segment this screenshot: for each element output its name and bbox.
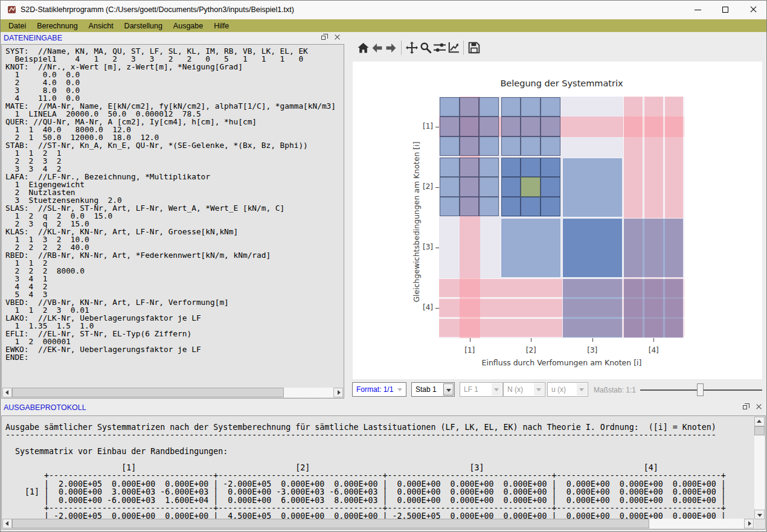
format-combobox[interactable]: Format: 1/1: [352, 382, 406, 397]
scroll-left-button[interactable]: [2, 519, 12, 528]
scroll-right-button[interactable]: [333, 388, 343, 397]
plot-controls: Format: 1/1 Stab 1 LF 1 N (x) u (x) Maßs…: [348, 381, 767, 400]
element-block: [623, 278, 684, 338]
matrix-cell: [541, 97, 560, 117]
dock-float-button[interactable]: [319, 33, 329, 42]
minimize-button[interactable]: [684, 0, 711, 19]
menu-item-hilfe[interactable]: Hilfe: [208, 21, 234, 31]
float-icon: [321, 36, 326, 40]
dock-close-button[interactable]: [332, 33, 342, 42]
window-title: S2D-Statiklehrprogramm (C:/Users/goett/D…: [21, 5, 294, 14]
save-icon[interactable]: [467, 40, 481, 55]
matrix-cell: [501, 97, 521, 117]
y-tick: [435, 248, 439, 248]
dropdown-arrow-icon: [443, 383, 454, 396]
matrix-cell: [541, 136, 560, 156]
maximize-button[interactable]: [711, 0, 739, 19]
scroll-left-button[interactable]: [2, 388, 12, 397]
masstab-label: Maßstab: 1:1: [594, 386, 636, 394]
selected-element-block: [501, 97, 560, 156]
lf-combobox: LF 1: [460, 382, 503, 397]
element-block: [501, 218, 561, 278]
scroll-right-button[interactable]: [744, 519, 754, 528]
home-icon[interactable]: [356, 40, 370, 55]
menu-item-darstellung[interactable]: Darstellung: [119, 21, 168, 31]
masstab-slider-handle[interactable]: [697, 383, 704, 396]
x-tick-label: [4]: [641, 346, 666, 354]
dock-title-ausgabeprotokoll: AUSGABEPROTOKOLL: [4, 403, 86, 412]
ausgabeprotokoll-panel[interactable]: Ausgabe sämtlicher Systemmatrizen nach d…: [1, 415, 766, 530]
x-tick: [470, 338, 470, 342]
close-button[interactable]: [739, 0, 767, 19]
matrix-cell: [479, 117, 499, 136]
figure-canvas[interactable]: Belegung der Systemmatrix Einfluss durch…: [353, 62, 762, 379]
v-scrollbar-thumb[interactable]: [754, 426, 765, 435]
dateneingabe-panel[interactable]: SYST: //Name, KN, MA, QU, ST, LF, SL, KL…: [1, 44, 344, 399]
matrix-cell: [521, 197, 541, 216]
matrix-cell: [460, 158, 480, 177]
title-bar: S2D-Statiklehrprogramm (C:/Users/goett/D…: [0, 0, 767, 19]
x-tick: [653, 338, 654, 342]
dropdown-arrow-icon: [534, 383, 544, 396]
edit-axis-icon[interactable]: [446, 40, 460, 55]
y-tick-label: [1]: [416, 122, 433, 130]
matrix-cell: [501, 136, 521, 156]
selected-element-block: [440, 97, 499, 156]
u-combobox: u (x): [547, 382, 588, 397]
matrix-cell: [521, 117, 541, 136]
x-tick-label: [2]: [519, 346, 543, 354]
matrix-cell: [521, 97, 541, 117]
matrix-cell: [541, 117, 560, 136]
matrix-cell: [479, 158, 499, 177]
scroll-up-button[interactable]: [754, 417, 765, 426]
matrix-cell: [541, 197, 560, 216]
h-scrollbar-thumb[interactable]: [12, 388, 284, 397]
matrix-cell: [521, 158, 541, 177]
menu-item-ausgabe[interactable]: Ausgabe: [168, 21, 208, 31]
plot-panel: Belegung der Systemmatrix Einfluss durch…: [348, 32, 767, 400]
pan-icon[interactable]: [405, 40, 419, 55]
back-icon[interactable]: [370, 40, 384, 55]
output-protocol-text: Ausgabe sämtlicher Systemmatrizen nach d…: [5, 423, 726, 521]
matrix-cell: [479, 177, 499, 196]
matrix-cell: [501, 197, 521, 216]
scroll-down-button[interactable]: [754, 510, 765, 519]
y-tick-label: [3]: [416, 243, 433, 251]
selected-element-block: [501, 158, 560, 216]
matrix-cell: [479, 197, 499, 216]
float-icon: [743, 405, 747, 409]
matrix-cell: [521, 136, 541, 156]
spring-cell: [521, 177, 541, 196]
y-tick-label: [4]: [416, 303, 433, 312]
dropdown-arrow-icon: [492, 383, 502, 396]
matrix-cell: [440, 177, 460, 196]
dock-close-button[interactable]: [754, 403, 764, 412]
dropdown-arrow-icon: [395, 383, 405, 396]
n-value: N (x): [507, 385, 523, 394]
matrix-cell: [440, 97, 460, 117]
menu-item-datei[interactable]: Datei: [3, 21, 31, 31]
configure-subplots-icon[interactable]: [432, 40, 446, 55]
matrix-cell: [541, 158, 560, 177]
y-tick-label: [2]: [416, 182, 433, 191]
h-scrollbar-thumb[interactable]: [12, 519, 649, 528]
matplotlib-toolbar: [356, 39, 481, 56]
app-icon: [7, 4, 18, 15]
y-tick: [435, 127, 439, 127]
dropdown-arrow-icon: [577, 383, 587, 396]
dock-title-dateneingabe: DATENEINGABE: [4, 34, 62, 42]
forward-icon[interactable]: [384, 40, 398, 55]
x-axis-label: Einfluss durch Verfomungen am Knoten [i]: [439, 358, 684, 367]
zoom-icon[interactable]: [419, 40, 432, 55]
matrix-cell: [460, 197, 480, 216]
menu-bar: DateiBerechnungAnsichtDarstellungAusgabe…: [1, 19, 766, 32]
menu-item-berechnung[interactable]: Berechnung: [31, 21, 83, 31]
matrix-cell: [440, 117, 460, 136]
menu-item-ansicht[interactable]: Ansicht: [83, 21, 119, 31]
dock-float-button[interactable]: [740, 403, 751, 412]
stab-combobox[interactable]: Stab 1: [411, 382, 455, 397]
application-window: { "window": { "title": "S2D-Statiklehrpr…: [0, 0, 767, 532]
selected-element-block: [440, 158, 499, 216]
matrix-cell: [541, 177, 560, 196]
matrix-cell: [440, 136, 460, 156]
